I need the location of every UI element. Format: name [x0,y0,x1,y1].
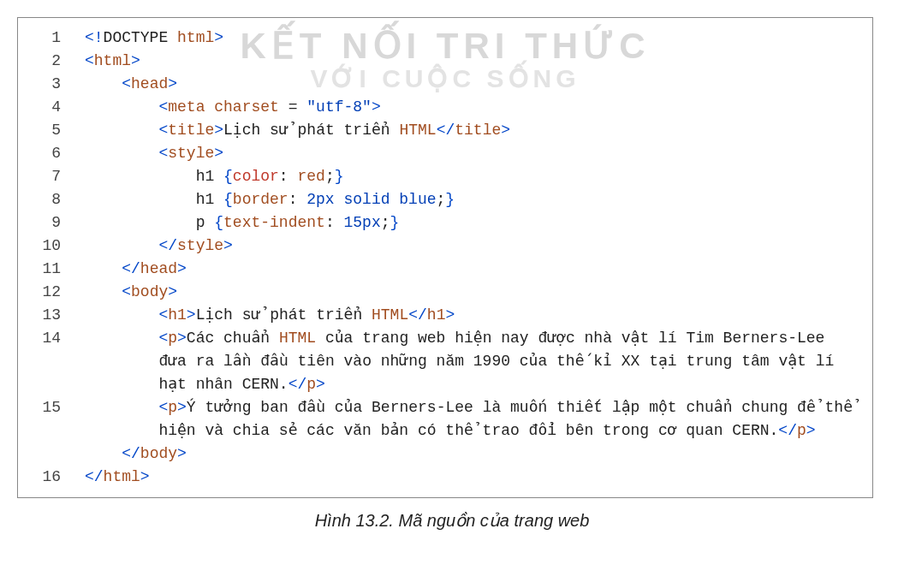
code-line: 9 p {text-indent: 15px;} [27,211,855,235]
code-content: <!DOCTYPE html> [85,27,855,50]
code-content: </style> [85,235,855,258]
line-number: 13 [27,304,85,327]
line-number: 7 [27,165,85,188]
code-line: 11 </head> [27,258,855,281]
code-line: 10 </style> [27,235,855,258]
line-number: 15 [27,396,85,419]
line-number: 8 [27,188,85,211]
line-number: 1 [27,27,85,50]
code-line: 8 h1 {border: 2px solid blue;} [27,188,855,211]
code-content: <p>Các chuẩn HTML của trang web hiện nay… [85,327,855,396]
line-number: 16 [27,466,85,489]
code-line: 7 h1 {color: red;} [27,165,855,188]
code-content: <style> [85,142,855,165]
code-line: 2<html> [27,50,855,73]
code-content: <head> [85,73,855,96]
code-content: </body> [85,442,855,466]
code-content: <html> [85,50,855,73]
line-number: 12 [27,281,85,304]
code-content: p {text-indent: 15px;} [85,211,855,235]
code-content: <h1>Lịch sử phát triển HTML</h1> [85,304,855,327]
code-line: 4 <meta charset = "utf-8"> [27,96,855,119]
code-content: </head> [85,258,855,281]
line-number: 11 [27,258,85,281]
line-number: 9 [27,211,85,235]
code-line: 3 <head> [27,73,855,96]
code-body: 1<!DOCTYPE html>2<html>3 <head>4 <meta c… [27,27,855,489]
code-content: h1 {color: red;} [85,165,855,188]
code-line: 14 <p>Các chuẩn HTML của trang web hiện … [27,327,855,396]
figure-caption: Hình 13.2. Mã nguồn của trang web [17,510,887,531]
code-content: <body> [85,281,855,304]
code-line: 15 <p>Ý tưởng ban đầu của Berners-Lee là… [27,396,855,442]
line-number: 4 [27,96,85,119]
code-content: </html> [85,466,855,489]
code-content: h1 {border: 2px solid blue;} [85,188,855,211]
line-number: 10 [27,235,85,258]
code-line: 12 <body> [27,281,855,304]
code-frame: KẾT NỐI TRI THỨC VỚI CUỘC SỐNG 1<!DOCTYP… [17,17,873,498]
code-line: 1<!DOCTYPE html> [27,27,855,50]
line-number: 14 [27,327,85,350]
code-line: </body> [27,442,855,466]
code-line: 6 <style> [27,142,855,165]
code-line: 5 <title>Lịch sử phát triển HTML</title> [27,119,855,142]
code-content: <title>Lịch sử phát triển HTML</title> [85,119,855,142]
line-number: 5 [27,119,85,142]
code-line: 16</html> [27,466,855,489]
line-number: 2 [27,50,85,73]
code-content: <meta charset = "utf-8"> [85,96,855,119]
code-line: 13 <h1>Lịch sử phát triển HTML</h1> [27,304,855,327]
line-number: 6 [27,142,85,165]
line-number: 3 [27,73,85,96]
code-content: <p>Ý tưởng ban đầu của Berners-Lee là mu… [85,396,855,442]
